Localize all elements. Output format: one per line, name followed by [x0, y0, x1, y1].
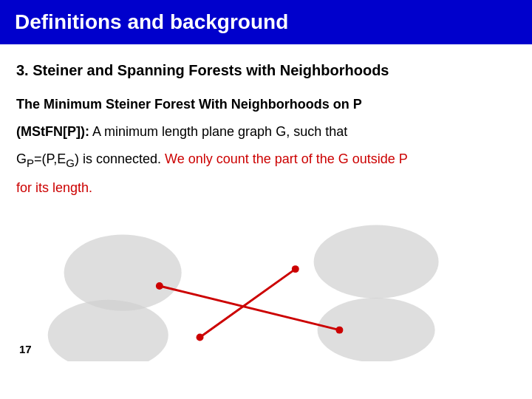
colored-definition-text: We only count the part of the G outside … — [165, 151, 408, 166]
line-1 — [160, 286, 340, 330]
definition-line2-block: (MStFN[P]): A minimum length plane graph… — [16, 121, 516, 143]
dot-1 — [156, 282, 163, 290]
slide-number: 17 — [19, 343, 32, 355]
diagram-svg — [16, 206, 516, 361]
dot-4 — [335, 327, 343, 334]
section-title: 3. Steiner and Spanning Forests with Nei… — [16, 62, 516, 79]
gp-text: GP=(P,EG) is connected. — [16, 151, 161, 166]
definition-acronym: (MStFN[P]): — [16, 124, 89, 139]
diagram-area: 17 — [16, 206, 516, 361]
blob-top-left — [64, 234, 182, 310]
slide-content: 3. Steiner and Spanning Forests with Nei… — [0, 44, 532, 373]
definition-line4: for its length. — [16, 177, 516, 199]
header-title: Definitions and background — [15, 10, 288, 33]
dot-3 — [197, 334, 204, 341]
blob-bottom-left — [48, 300, 168, 361]
slide-header: Definitions and background — [0, 0, 532, 44]
blob-top-right — [314, 225, 439, 298]
definition-line1: The Minimum Steiner Forest With Neighbor… — [16, 97, 362, 112]
definition-block: The Minimum Steiner Forest With Neighbor… — [16, 94, 516, 115]
definition-line2-text: A minimum length plane graph G, such tha… — [92, 124, 347, 139]
line-2 — [200, 269, 296, 337]
dot-2 — [292, 265, 299, 273]
definition-line3-block: GP=(P,EG) is connected. We only count th… — [16, 149, 516, 172]
